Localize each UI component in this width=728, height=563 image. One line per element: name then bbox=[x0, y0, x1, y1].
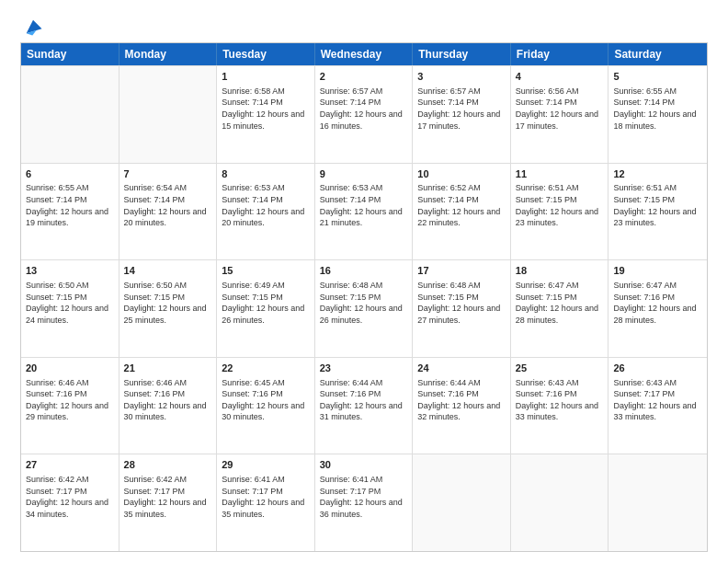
calendar-cell: 30Sunrise: 6:41 AMSunset: 7:17 PMDayligh… bbox=[315, 454, 414, 551]
calendar-header-cell: Saturday bbox=[609, 43, 707, 65]
cell-text: Sunrise: 6:42 AMSunset: 7:17 PMDaylight:… bbox=[124, 474, 212, 520]
cell-text: Sunrise: 6:50 AMSunset: 7:15 PMDaylight:… bbox=[26, 280, 114, 326]
calendar-cell: 6Sunrise: 6:55 AMSunset: 7:14 PMDaylight… bbox=[21, 164, 119, 260]
day-number: 4 bbox=[516, 70, 604, 84]
calendar: SundayMondayTuesdayWednesdayThursdayFrid… bbox=[20, 42, 708, 552]
day-number: 15 bbox=[222, 264, 310, 278]
calendar-cell: 26Sunrise: 6:43 AMSunset: 7:17 PMDayligh… bbox=[609, 358, 707, 454]
cell-text: Sunrise: 6:46 AMSunset: 7:16 PMDaylight:… bbox=[26, 377, 114, 423]
cell-text: Sunrise: 6:48 AMSunset: 7:15 PMDaylight:… bbox=[320, 280, 408, 326]
cell-text: Sunrise: 6:51 AMSunset: 7:15 PMDaylight:… bbox=[613, 182, 702, 228]
cell-text: Sunrise: 6:48 AMSunset: 7:15 PMDaylight:… bbox=[417, 280, 506, 326]
calendar-cell: 20Sunrise: 6:46 AMSunset: 7:16 PMDayligh… bbox=[21, 358, 119, 454]
cell-text: Sunrise: 6:47 AMSunset: 7:15 PMDaylight:… bbox=[516, 280, 604, 326]
cell-text: Sunrise: 6:53 AMSunset: 7:14 PMDaylight:… bbox=[320, 182, 408, 228]
calendar-header-cell: Thursday bbox=[413, 43, 511, 65]
calendar-cell: 24Sunrise: 6:44 AMSunset: 7:16 PMDayligh… bbox=[413, 358, 511, 454]
calendar-cell: 15Sunrise: 6:49 AMSunset: 7:15 PMDayligh… bbox=[217, 260, 315, 357]
cell-text: Sunrise: 6:47 AMSunset: 7:16 PMDaylight:… bbox=[613, 280, 702, 326]
calendar-cell: 12Sunrise: 6:51 AMSunset: 7:15 PMDayligh… bbox=[609, 164, 707, 260]
cell-text: Sunrise: 6:57 AMSunset: 7:14 PMDaylight:… bbox=[320, 86, 408, 132]
day-number: 19 bbox=[613, 264, 702, 278]
cell-text: Sunrise: 6:41 AMSunset: 7:17 PMDaylight:… bbox=[222, 474, 310, 520]
day-number: 17 bbox=[417, 264, 506, 278]
calendar-cell bbox=[511, 454, 609, 551]
day-number: 22 bbox=[222, 362, 310, 375]
day-number: 27 bbox=[26, 458, 114, 472]
calendar-cell: 25Sunrise: 6:43 AMSunset: 7:16 PMDayligh… bbox=[511, 358, 609, 454]
calendar-cell: 1Sunrise: 6:58 AMSunset: 7:14 PMDaylight… bbox=[217, 66, 315, 163]
calendar-cell: 29Sunrise: 6:41 AMSunset: 7:17 PMDayligh… bbox=[217, 454, 315, 551]
day-number: 26 bbox=[613, 362, 702, 375]
cell-text: Sunrise: 6:52 AMSunset: 7:14 PMDaylight:… bbox=[417, 182, 506, 228]
calendar-header: SundayMondayTuesdayWednesdayThursdayFrid… bbox=[21, 43, 707, 65]
calendar-header-cell: Friday bbox=[511, 43, 609, 65]
day-number: 14 bbox=[124, 264, 212, 278]
calendar-cell: 21Sunrise: 6:46 AMSunset: 7:16 PMDayligh… bbox=[119, 358, 218, 454]
day-number: 9 bbox=[320, 167, 408, 181]
cell-text: Sunrise: 6:43 AMSunset: 7:16 PMDaylight:… bbox=[516, 377, 604, 423]
calendar-cell: 27Sunrise: 6:42 AMSunset: 7:17 PMDayligh… bbox=[21, 454, 119, 551]
calendar-cell: 16Sunrise: 6:48 AMSunset: 7:15 PMDayligh… bbox=[315, 260, 414, 357]
calendar-row: 6Sunrise: 6:55 AMSunset: 7:14 PMDaylight… bbox=[21, 163, 707, 260]
calendar-cell: 22Sunrise: 6:45 AMSunset: 7:16 PMDayligh… bbox=[217, 358, 315, 454]
day-number: 6 bbox=[26, 167, 114, 181]
calendar-cell: 2Sunrise: 6:57 AMSunset: 7:14 PMDaylight… bbox=[315, 66, 414, 163]
day-number: 16 bbox=[320, 264, 408, 278]
calendar-cell bbox=[21, 66, 119, 163]
day-number: 11 bbox=[516, 167, 604, 181]
calendar-row: 1Sunrise: 6:58 AMSunset: 7:14 PMDaylight… bbox=[21, 65, 707, 163]
cell-text: Sunrise: 6:55 AMSunset: 7:14 PMDaylight:… bbox=[26, 182, 114, 228]
calendar-header-cell: Wednesday bbox=[315, 43, 414, 65]
calendar-cell: 17Sunrise: 6:48 AMSunset: 7:15 PMDayligh… bbox=[413, 260, 511, 357]
day-number: 30 bbox=[320, 458, 408, 472]
day-number: 2 bbox=[320, 70, 408, 84]
calendar-cell: 28Sunrise: 6:42 AMSunset: 7:17 PMDayligh… bbox=[119, 454, 218, 551]
cell-text: Sunrise: 6:42 AMSunset: 7:17 PMDaylight:… bbox=[26, 474, 114, 520]
cell-text: Sunrise: 6:54 AMSunset: 7:14 PMDaylight:… bbox=[124, 182, 212, 228]
day-number: 21 bbox=[124, 362, 212, 375]
cell-text: Sunrise: 6:51 AMSunset: 7:15 PMDaylight:… bbox=[516, 182, 604, 228]
calendar-cell bbox=[609, 454, 707, 551]
cell-text: Sunrise: 6:41 AMSunset: 7:17 PMDaylight:… bbox=[320, 474, 408, 520]
logo bbox=[20, 17, 43, 33]
calendar-cell: 13Sunrise: 6:50 AMSunset: 7:15 PMDayligh… bbox=[21, 260, 119, 357]
calendar-cell: 14Sunrise: 6:50 AMSunset: 7:15 PMDayligh… bbox=[119, 260, 218, 357]
day-number: 23 bbox=[320, 362, 408, 375]
cell-text: Sunrise: 6:44 AMSunset: 7:16 PMDaylight:… bbox=[320, 377, 408, 423]
day-number: 8 bbox=[222, 167, 310, 181]
calendar-cell: 3Sunrise: 6:57 AMSunset: 7:14 PMDaylight… bbox=[413, 66, 511, 163]
cell-text: Sunrise: 6:45 AMSunset: 7:16 PMDaylight:… bbox=[222, 377, 310, 423]
calendar-cell: 9Sunrise: 6:53 AMSunset: 7:14 PMDaylight… bbox=[315, 164, 414, 260]
calendar-cell: 19Sunrise: 6:47 AMSunset: 7:16 PMDayligh… bbox=[609, 260, 707, 357]
day-number: 3 bbox=[417, 70, 506, 84]
cell-text: Sunrise: 6:56 AMSunset: 7:14 PMDaylight:… bbox=[516, 86, 604, 132]
calendar-cell: 18Sunrise: 6:47 AMSunset: 7:15 PMDayligh… bbox=[511, 260, 609, 357]
day-number: 24 bbox=[417, 362, 506, 375]
header bbox=[20, 17, 708, 33]
calendar-cell: 23Sunrise: 6:44 AMSunset: 7:16 PMDayligh… bbox=[315, 358, 414, 454]
day-number: 12 bbox=[613, 167, 702, 181]
calendar-cell bbox=[413, 454, 511, 551]
cell-text: Sunrise: 6:53 AMSunset: 7:14 PMDaylight:… bbox=[222, 182, 310, 228]
calendar-cell: 4Sunrise: 6:56 AMSunset: 7:14 PMDaylight… bbox=[511, 66, 609, 163]
calendar-cell: 8Sunrise: 6:53 AMSunset: 7:14 PMDaylight… bbox=[217, 164, 315, 260]
day-number: 18 bbox=[516, 264, 604, 278]
logo-icon bbox=[23, 17, 43, 37]
day-number: 28 bbox=[124, 458, 212, 472]
day-number: 13 bbox=[26, 264, 114, 278]
day-number: 7 bbox=[124, 167, 212, 181]
calendar-header-cell: Sunday bbox=[21, 43, 119, 65]
cell-text: Sunrise: 6:55 AMSunset: 7:14 PMDaylight:… bbox=[613, 86, 702, 132]
calendar-cell: 11Sunrise: 6:51 AMSunset: 7:15 PMDayligh… bbox=[511, 164, 609, 260]
calendar-row: 13Sunrise: 6:50 AMSunset: 7:15 PMDayligh… bbox=[21, 259, 707, 357]
cell-text: Sunrise: 6:58 AMSunset: 7:14 PMDaylight:… bbox=[222, 86, 310, 132]
cell-text: Sunrise: 6:49 AMSunset: 7:15 PMDaylight:… bbox=[222, 280, 310, 326]
day-number: 10 bbox=[417, 167, 506, 181]
calendar-header-cell: Tuesday bbox=[217, 43, 315, 65]
cell-text: Sunrise: 6:50 AMSunset: 7:15 PMDaylight:… bbox=[124, 280, 212, 326]
day-number: 5 bbox=[613, 70, 702, 84]
calendar-body: 1Sunrise: 6:58 AMSunset: 7:14 PMDaylight… bbox=[21, 65, 707, 551]
cell-text: Sunrise: 6:57 AMSunset: 7:14 PMDaylight:… bbox=[417, 86, 506, 132]
calendar-row: 20Sunrise: 6:46 AMSunset: 7:16 PMDayligh… bbox=[21, 357, 707, 454]
